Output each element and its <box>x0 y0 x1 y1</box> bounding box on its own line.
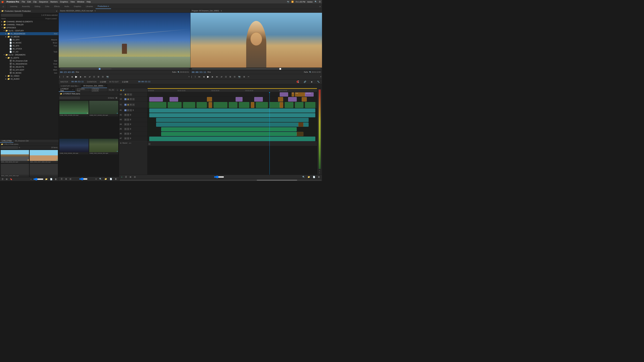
bin-item-icon[interactable]: ⊞ <box>64 177 68 180</box>
add-marker-source[interactable]: + <box>188 75 190 78</box>
clip-v2-1[interactable] <box>149 97 163 102</box>
tab-audio[interactable]: Audio <box>62 4 71 9</box>
program-video[interactable] <box>190 13 322 67</box>
track-vis-v1[interactable]: 👁 <box>130 104 132 106</box>
loop-program[interactable]: ⇄ <box>220 75 223 78</box>
addmarker-icon[interactable]: ◆ <box>310 80 313 83</box>
insert-icon[interactable]: ⊞ <box>97 75 100 78</box>
timeline-row-a1[interactable] <box>148 108 317 113</box>
tree-item-episodes[interactable]: ▼ 📁 EPISODES <box>0 26 58 29</box>
clip-v1-6[interactable] <box>229 102 238 108</box>
menu-clip[interactable]: Clip <box>33 1 37 3</box>
program-fit-label[interactable]: Fit ▾ <box>208 71 211 73</box>
insert-program[interactable]: ⊞ <box>229 75 232 78</box>
program-menu-icon[interactable]: ≡ <box>221 10 222 12</box>
search-icon[interactable]: 🔍 <box>314 1 317 3</box>
seq-tab-close[interactable]: × <box>104 85 105 87</box>
track-solo-v1[interactable]: S <box>132 104 135 106</box>
clip-a2[interactable] <box>149 113 315 117</box>
track-m-a4[interactable]: M <box>124 123 126 125</box>
panel-menu-icon[interactable]: ≡ <box>56 10 57 12</box>
clip-v2-2[interactable] <box>170 97 178 102</box>
scrubber-handle[interactable] <box>280 68 281 70</box>
menu-help[interactable]: Help <box>86 1 91 3</box>
tab-color[interactable]: Color <box>43 4 51 9</box>
bin-new-item[interactable]: 📄 <box>109 177 113 180</box>
clip-v3-foot[interactable]: Foot <box>295 92 305 96</box>
delete-icon[interactable]: 🗑 <box>54 178 58 181</box>
thumbnail-item[interactable] <box>30 164 58 177</box>
bin-item[interactable]: ■ C04B_C017_01019J_001.mp4 <box>89 101 118 138</box>
bin-view-icon[interactable]: ⊞ <box>115 96 118 99</box>
safe-margins-icon[interactable]: ⊡ <box>92 75 96 78</box>
timeline-new-item[interactable]: 📄 <box>312 175 316 178</box>
tree-item-ep02[interactable]: ▼ 📁 Ep 02 - DREAMERS <box>0 53 58 56</box>
tree-item-ep02-audio[interactable]: ▶ 📁 03_AUDIO <box>0 77 58 80</box>
tree-item-ep02-sequences[interactable]: 🎬 01_SEQUENCES Vivek <box>0 62 58 65</box>
camera-program[interactable]: 📷 <box>238 75 241 78</box>
timeline-row-a3[interactable] <box>148 118 317 122</box>
play-button-program[interactable]: ▶ <box>206 75 210 79</box>
track-m-a6[interactable]: M <box>124 133 126 135</box>
clip-a3[interactable] <box>156 118 308 122</box>
bin-search-btn[interactable]: 🔍 <box>98 177 102 180</box>
menu-file[interactable]: File <box>22 1 25 3</box>
tree-item-channel-brand[interactable]: ▶ 📁 CHANNEL BRAND ELEMENTS <box>0 20 58 23</box>
scrubber-handle[interactable] <box>99 68 100 70</box>
link-icon[interactable]: 🔗 <box>303 80 307 83</box>
bin-list-icon[interactable]: ☰ <box>60 177 63 180</box>
clip-v2-3[interactable] <box>236 97 242 102</box>
compare-icon[interactable]: ⊞ <box>243 75 246 78</box>
step-back-icon[interactable]: ◀ <box>70 75 73 78</box>
loop-icon[interactable]: ⇄ <box>88 75 91 78</box>
tab-learning[interactable]: Learning <box>8 4 19 9</box>
bottom-tab-dreamers[interactable]: 00_Dreamers Edit <box>14 139 30 143</box>
track-solo-v3[interactable]: S <box>130 93 132 96</box>
clip-v2-5[interactable] <box>288 97 297 102</box>
tab-editing[interactable]: Editing <box>33 4 42 9</box>
step-fwd-icon[interactable]: ▶ <box>79 75 82 78</box>
clip-v1-5[interactable] <box>214 102 227 108</box>
track-s-a4[interactable]: S <box>127 123 129 125</box>
track-s-a2[interactable]: S <box>127 114 129 116</box>
step-back-program[interactable]: ◀ <box>202 75 205 78</box>
tree-item-ep02-selects[interactable]: 🎬 02_SELECTS Dan <box>0 65 58 68</box>
overwrite-program[interactable]: ⊟ <box>233 75 236 78</box>
bin-item[interactable]: ■ C04B_C020_01011A_001.mp4 <box>89 139 118 176</box>
mark-in-icon[interactable]: ⌊ <box>59 75 61 78</box>
timeline-row-a7[interactable] <box>148 136 317 141</box>
bin-freeform-icon[interactable]: ⊟ <box>69 177 72 180</box>
timeline-zoom-slider[interactable] <box>214 176 224 178</box>
tab-effects[interactable]: Effects <box>52 4 62 9</box>
track-m-a3[interactable]: M <box>124 118 126 121</box>
track-s-a7[interactable]: S <box>127 137 129 140</box>
clip-v1-12[interactable] <box>305 102 315 108</box>
project-search-input[interactable] <box>1 14 23 16</box>
tab-productions[interactable]: Productions ≡ <box>96 4 111 9</box>
tree-item-ep01-sfx[interactable]: 📄 05_SFX Fran <box>0 44 58 47</box>
clip-a4-mark[interactable] <box>298 122 304 127</box>
apple-menu[interactable]: 🍎 <box>1 1 4 3</box>
safe-margins-program[interactable]: ⊡ <box>224 75 228 78</box>
thumbnail-item[interactable]: A001_C001_2018_0001.mp4 <box>1 164 29 177</box>
track-m-a2[interactable]: M <box>124 114 126 116</box>
bottom-tab-hills[interactable]: 1-HILLS Ride <box>0 139 14 143</box>
menu-window[interactable]: Window <box>77 1 84 3</box>
source-fullscreen[interactable]: Full ▾ <box>172 71 176 73</box>
tree-item-ep02-video[interactable]: ▶ 📁 02_VIDEO <box>0 74 58 77</box>
timeline-scrollbar[interactable] <box>119 179 322 181</box>
clip-v3-2[interactable]: A001C00... <box>305 92 314 96</box>
clip-v1-1[interactable] <box>149 102 166 108</box>
thumbnail-item[interactable]: A001_C003_B018_001.mp4 <box>1 150 29 163</box>
clip-v1-orange2[interactable] <box>251 102 254 108</box>
mark-out-program[interactable]: ⌉ <box>194 75 196 78</box>
goto-out-program[interactable]: ⏭ <box>215 75 219 78</box>
tree-item-ep02-music[interactable]: 🎬 04_MUSIC Ivan <box>0 71 58 74</box>
clip-v1-4[interactable] <box>197 102 207 108</box>
add-marker-program[interactable]: + <box>320 75 322 78</box>
timeline-row-v1[interactable] <box>148 102 317 108</box>
tree-item-ep02-edits[interactable]: ▼ 📁 01_EDITS <box>0 56 58 59</box>
more-workspace-button[interactable]: » <box>318 5 322 8</box>
camera-icon[interactable]: 📷 <box>106 75 110 78</box>
track-target-a1[interactable]: A1 <box>124 109 126 111</box>
